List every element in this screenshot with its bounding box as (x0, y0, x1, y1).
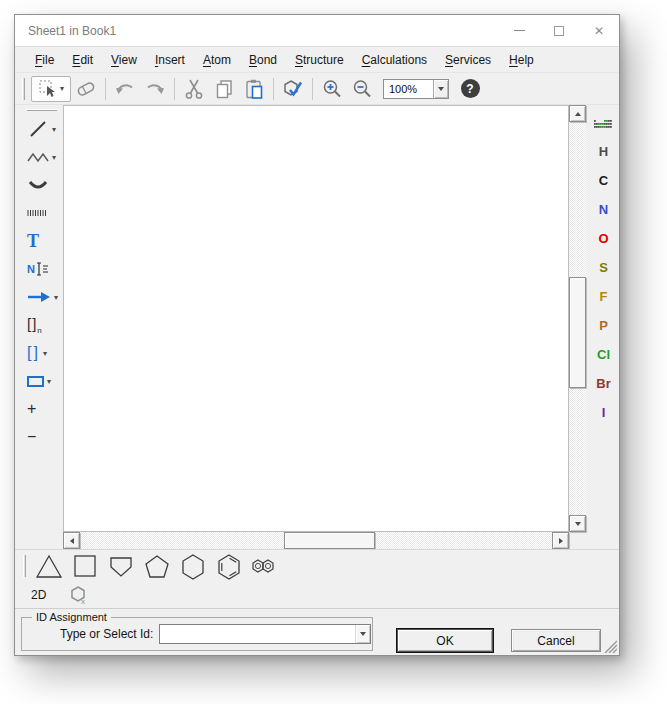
triangle-down-icon (575, 522, 581, 526)
chevron-down-icon[interactable]: ▾ (43, 349, 47, 358)
pentagon-down-ring-icon (106, 552, 136, 580)
scroll-right-button[interactable] (552, 532, 569, 549)
hatch-icon (27, 209, 47, 217)
check-structure-button[interactable] (278, 76, 308, 102)
template-cyclohexane[interactable] (176, 551, 210, 581)
template-naphthalene[interactable] (248, 551, 282, 581)
maximize-button[interactable] (539, 15, 579, 46)
zoom-out-button[interactable] (347, 76, 377, 102)
ok-button[interactable]: OK (397, 629, 493, 652)
close-button[interactable]: ✕ (579, 15, 619, 46)
template-benzene[interactable] (212, 551, 246, 581)
cut-icon (184, 78, 204, 100)
cut-button[interactable] (179, 76, 209, 102)
element-i-button[interactable]: I (590, 398, 617, 427)
element-f-button[interactable]: F (590, 282, 617, 311)
paste-button[interactable] (239, 76, 269, 102)
template-cyclopropane[interactable] (32, 551, 66, 581)
minus-charge-tool[interactable]: − (19, 423, 65, 451)
id-combo-input[interactable] (160, 626, 355, 642)
undo-button[interactable] (110, 76, 140, 102)
mode-2d-label[interactable]: 2D (31, 588, 46, 602)
vertical-scrollbar[interactable] (569, 105, 586, 532)
arc-tool[interactable] (19, 171, 65, 199)
help-button[interactable]: ? (455, 76, 485, 102)
main-toolbar: ▾ (15, 73, 619, 105)
toolbar-grip[interactable] (22, 78, 25, 100)
hatch-tool[interactable] (19, 199, 65, 227)
redo-icon (144, 79, 166, 99)
template-cyclobutane[interactable] (68, 551, 102, 581)
chevron-down-icon[interactable]: ▾ (52, 125, 56, 134)
id-combo-dropdown-button[interactable] (355, 625, 370, 643)
eraser-button[interactable] (71, 76, 101, 102)
menu-item-view[interactable]: View (102, 49, 146, 71)
template-cyclopentane-inverted[interactable] (104, 551, 138, 581)
plus-charge-tool[interactable]: + (19, 395, 65, 423)
menu-item-atom[interactable]: Atom (194, 49, 240, 71)
resize-grip[interactable] (603, 639, 617, 653)
pentagon-ring-icon (142, 552, 172, 580)
zoom-combo-dropdown-button[interactable] (433, 80, 448, 98)
bracket-n-tool[interactable]: []n (19, 311, 65, 339)
element-column-list: HCNOSFPClBrI (590, 137, 617, 427)
minus-icon: − (27, 429, 36, 445)
zoom-in-button[interactable] (317, 76, 347, 102)
bond-icon (27, 118, 49, 140)
element-c-button[interactable]: C (590, 166, 617, 195)
menu-item-structure[interactable]: Structure (286, 49, 353, 71)
horizontal-scrollbar-thumb[interactable] (284, 532, 375, 549)
minimize-button[interactable] (499, 15, 539, 46)
menu-item-help[interactable]: Help (500, 49, 543, 71)
menu-item-services[interactable]: Services (436, 49, 500, 71)
id-combo[interactable] (159, 624, 371, 644)
element-br-button[interactable]: Br (590, 369, 617, 398)
text-tool[interactable]: T (19, 227, 65, 255)
rectangle-tool[interactable]: ▾ (19, 367, 65, 395)
redo-button[interactable] (140, 76, 170, 102)
id-assignment-panel: ID Assignment Type or Select Id: OK Canc… (15, 609, 619, 655)
status-row: 2D x (15, 581, 619, 609)
template-cyclopentane[interactable] (140, 551, 174, 581)
scroll-down-button[interactable] (569, 515, 586, 532)
menu-item-calculations[interactable]: Calculations (353, 49, 436, 71)
left-tool-palette: ▾ ▾ T (19, 109, 65, 451)
element-h-button[interactable]: H (590, 137, 617, 166)
selection-tool-button[interactable]: ▾ (31, 76, 71, 102)
arrow-tool[interactable]: ▾ (19, 283, 65, 311)
chain-tool[interactable]: ▾ (19, 143, 65, 171)
bracket-tool[interactable]: [] ▾ (19, 339, 65, 367)
clean-structure-button[interactable]: x (68, 585, 88, 605)
element-n-button[interactable]: N (590, 195, 617, 224)
copy-button[interactable] (209, 76, 239, 102)
menu-item-insert[interactable]: Insert (146, 49, 194, 71)
element-p-button[interactable]: P (590, 311, 617, 340)
chevron-down-icon[interactable]: ▾ (60, 84, 64, 93)
scroll-left-button[interactable] (63, 532, 80, 549)
atom-label-tool[interactable]: N (19, 255, 65, 283)
chevron-down-icon[interactable]: ▾ (52, 153, 56, 162)
chevron-down-icon[interactable]: ▾ (47, 377, 51, 386)
element-cl-button[interactable]: Cl (590, 340, 617, 369)
menu-item-file[interactable]: File (26, 49, 63, 71)
horizontal-scrollbar[interactable] (63, 532, 569, 549)
zoom-level-combo[interactable]: 100% (383, 79, 449, 99)
menu-item-bond[interactable]: Bond (240, 49, 286, 71)
element-o-button[interactable]: O (590, 224, 617, 253)
chevron-down-icon (360, 632, 366, 636)
palette-grip[interactable] (27, 109, 57, 111)
scroll-up-button[interactable] (569, 105, 586, 122)
periodic-table-button[interactable] (594, 111, 613, 137)
undo-icon (114, 79, 136, 99)
drawing-canvas[interactable] (63, 105, 569, 532)
vertical-scrollbar-thumb[interactable] (569, 277, 586, 388)
id-assignment-groupbox: ID Assignment Type or Select Id: (21, 617, 373, 651)
cancel-button[interactable]: Cancel (511, 629, 601, 652)
element-s-button[interactable]: S (590, 253, 617, 282)
chevron-down-icon[interactable]: ▾ (54, 293, 58, 302)
toolbar-grip[interactable] (23, 555, 26, 577)
bond-tool[interactable]: ▾ (19, 115, 65, 143)
zoom-out-icon (351, 78, 373, 100)
hexagon-ring-icon (178, 552, 208, 580)
menu-item-edit[interactable]: Edit (63, 49, 102, 71)
